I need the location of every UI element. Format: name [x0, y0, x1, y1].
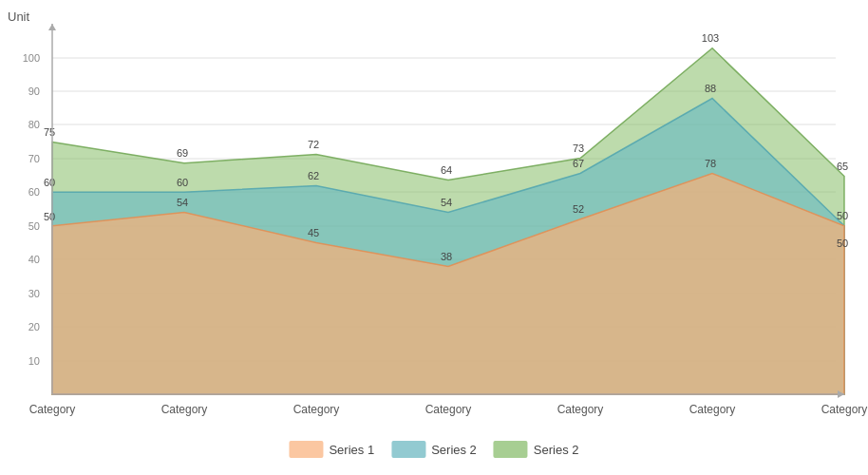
legend-label-3: Series 2 — [534, 443, 579, 457]
svg-text:10: 10 — [28, 355, 40, 367]
s3-label-2: 72 — [308, 139, 319, 150]
legend-swatch-1 — [289, 441, 323, 458]
legend-item-1: Series 1 — [289, 441, 374, 458]
s3-label-4: 73 — [573, 142, 584, 154]
svg-text:80: 80 — [28, 119, 40, 130]
s2-label-2: 62 — [308, 170, 319, 181]
legend-item-3: Series 2 — [494, 441, 579, 458]
s3-label-1: 69 — [177, 147, 188, 159]
s3-label-6: 65 — [837, 161, 848, 172]
x-label-2: Category — [293, 403, 340, 416]
x-label-1: Category — [161, 403, 208, 416]
s1-label-0: 50 — [44, 211, 55, 222]
area-chart: Unit 10 20 30 40 50 60 70 80 90 100 — [0, 0, 868, 475]
legend-label-2: Series 2 — [431, 443, 477, 457]
svg-text:50: 50 — [28, 220, 40, 232]
legend-swatch-3 — [494, 441, 528, 458]
svg-marker-23 — [48, 24, 56, 30]
s1-label-5: 78 — [705, 158, 716, 169]
s3-label-0: 75 — [44, 126, 55, 138]
s1-label-2: 45 — [308, 227, 319, 238]
legend-swatch-2 — [391, 441, 425, 458]
x-label-6: Category — [821, 403, 868, 416]
svg-text:60: 60 — [28, 186, 40, 198]
x-label-3: Category — [425, 403, 472, 416]
x-label-4: Category — [557, 403, 604, 416]
y-axis-label: Unit — [8, 10, 30, 24]
svg-text:30: 30 — [28, 288, 40, 299]
s2-label-0: 60 — [44, 177, 55, 188]
x-label-5: Category — [689, 403, 736, 416]
s1-label-3: 38 — [441, 251, 452, 262]
s2-label-6: 50 — [837, 210, 848, 221]
svg-text:90: 90 — [28, 86, 40, 97]
s2-label-3: 54 — [441, 197, 452, 208]
s2-label-4: 67 — [573, 158, 584, 169]
svg-text:20: 20 — [28, 321, 40, 332]
chart-legend: Series 1 Series 2 Series 2 — [289, 441, 578, 458]
s3-label-3: 64 — [441, 164, 452, 176]
chart-container: Unit 10 20 30 40 50 60 70 80 90 100 — [0, 0, 868, 475]
s1-label-6: 50 — [837, 238, 848, 249]
legend-label-1: Series 1 — [329, 443, 374, 457]
s2-label-5: 88 — [705, 83, 716, 94]
s3-label-5: 103 — [702, 32, 719, 44]
s1-label-1: 54 — [177, 197, 188, 208]
s2-label-1: 60 — [177, 177, 188, 188]
s1-label-4: 52 — [573, 203, 584, 215]
x-label-0: Category — [29, 403, 76, 416]
legend-item-2: Series 2 — [391, 441, 477, 458]
svg-text:70: 70 — [28, 153, 40, 164]
svg-text:100: 100 — [23, 52, 40, 64]
svg-text:40: 40 — [28, 254, 40, 265]
